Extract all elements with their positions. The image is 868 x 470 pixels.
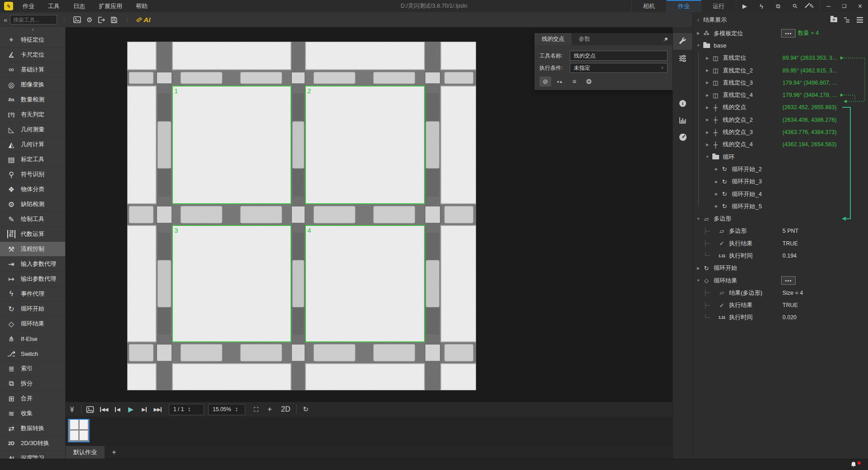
expand-arrow-icon[interactable]: ▶ [713,204,720,208]
add-job-button[interactable]: + [105,446,124,459]
restore-button[interactable]: ❏ [836,0,852,12]
result-row-执行结果[interactable]: ├─✓执行结果TRUE [693,299,868,312]
collapse-arrow-icon[interactable]: ▼ [695,217,702,221]
minimize-button[interactable]: ─ [820,0,836,12]
sidebar-item-presence-check[interactable]: [?]有无判定 [0,107,65,122]
image-canvas[interactable]: 1234 线的交点参数 工具名称: 执行条件: 未指定 ˅ ⊘ ●▲ [66,27,672,402]
spinner-arrows-icon[interactable]: ▲▼ [188,407,191,412]
result-row-直线定位_2[interactable]: ▶◫直线定位_289.95° (4362.915, 3... [693,64,868,77]
expand-arrow-icon[interactable]: ▶ [704,56,711,60]
collapse-arrow-icon[interactable]: ▼ [695,278,702,283]
result-row-多边形[interactable]: ▼▱多边形 [693,212,868,225]
sidebar-item-switch[interactable]: ⎇Switch [0,346,65,361]
center-crosshair-icon[interactable]: + [263,402,277,417]
mode-tab-运行[interactable]: 运行 [701,0,736,12]
run-once-icon[interactable]: ▶ [736,0,753,12]
sidebar-item-object-classify[interactable]: ❖物体分类 [0,182,65,197]
result-row-循环开始_4[interactable]: ▶↻循环开始_4 [693,188,868,200]
expand-arrow-icon[interactable]: ▶ [704,143,711,147]
search-input[interactable] [10,15,57,24]
zoom-spinner[interactable]: 15.05% ▲▼ [208,404,245,415]
expand-arrow-icon[interactable]: ▶ [713,180,720,184]
step-forward-icon[interactable]: ▶ [138,402,151,417]
menu-item-3[interactable]: 扩展应用 [92,0,129,12]
sidebar-scroll-down-icon[interactable]: ˅ [0,454,66,458]
more-button[interactable]: ●●● [781,276,796,285]
result-row-循环开始_2[interactable]: ▶↻循环开始_2 [693,163,868,175]
tool-panel-tab-1[interactable]: 参数 [572,33,597,45]
result-row-直线定位[interactable]: ▶◫直线定位89.94° (2633.353, 3... [693,52,868,64]
tool-settings-wrench-icon[interactable] [673,33,692,50]
play-icon[interactable]: ▶ [124,402,138,417]
menu-item-0[interactable]: 作业 [16,0,41,12]
frame-spinner[interactable]: 1 / 1 ▲▼ [169,404,204,415]
search-icon[interactable]: ⚲ [787,0,803,12]
result-row-直线定位_4[interactable]: ▶◫直线定位_4179.96° (3484.178, ... [693,89,868,101]
fit-screen-icon[interactable]: ⛶ [249,402,263,417]
pin-icon[interactable] [659,33,672,45]
sidebar-item-input-param-proxy[interactable]: ⇥输入参数代理 [0,257,65,272]
frame-thumbnail[interactable] [68,419,90,442]
sidebar-item-event-proxy[interactable]: ϟ事件代理 [0,287,65,302]
sidebar-item-defect-detect[interactable]: ⚙缺陷检测 [0,197,65,212]
sidebar-item-calibration-tool[interactable]: ▤标定工具 [0,152,65,167]
inspection-image[interactable]: 1234 [127,42,476,390]
list-icon[interactable]: ≡ [568,77,580,86]
expand-arrow-icon[interactable]: ▶ [704,68,711,72]
exec-condition-select[interactable]: 未指定 ˅ [570,63,668,73]
sidebar-scroll-up-icon[interactable]: ˄ [0,27,66,33]
shapes-icon[interactable]: ●▲ [554,77,566,86]
hide-overlay-icon[interactable]: ⊘ [539,77,551,86]
job-tab-default[interactable]: 默认作业 [66,446,105,459]
gauge-icon[interactable] [673,129,692,145]
notification-bell-icon[interactable] [850,461,857,470]
settings-gear-icon[interactable]: ⚙ [83,14,95,25]
sidebar-item-flow-control[interactable]: ⚒流程控制 [0,242,65,257]
result-row-多模板定位[interactable]: ▶⁂多模板定位●●●数量 = 4 [693,27,868,39]
menu-item-4[interactable]: 帮助 [129,0,154,12]
sidebar-item-if-else[interactable]: ⋔If-Else [0,331,65,346]
device-icon[interactable]: ⧉ [770,0,787,12]
result-row-线的交点_4[interactable]: ▶┼线的交点_4(4362.184, 2654.563) [693,139,868,151]
save-icon[interactable] [108,14,120,25]
collapse-arrow-icon[interactable]: ▼ [695,43,702,48]
loop-playback-icon[interactable]: ↻ [299,402,312,417]
info-icon[interactable]: i [673,95,692,112]
expand-arrow-icon[interactable]: ▶ [695,266,702,270]
sidebar-item-geometry-calc[interactable]: ◭几何计算 [0,137,65,152]
ai-tools-button[interactable]: AI [136,16,150,24]
sidebar-item-caliper-locate[interactable]: ∡卡尺定位 [0,48,65,62]
sidebar-item-loop-start[interactable]: ↻循环开始 [0,302,65,317]
expand-arrow-icon[interactable]: ▶ [704,118,711,122]
collapse-sidebar-icon[interactable]: « [4,16,7,24]
histogram-icon[interactable] [673,112,692,129]
collapse-playbar-icon[interactable]: ≫ [65,403,80,416]
result-row-循环开始_5[interactable]: ▶↻循环开始_5 [693,200,868,212]
result-row-执行结果[interactable]: ├─✓执行结果TRUE [693,237,868,249]
expand-arrow-icon[interactable]: ▶ [713,192,720,196]
sidebar-item-collect[interactable]: ≋收集 [0,406,65,421]
sidebar-item-algebra[interactable]: 1001代数运算 [0,227,65,242]
sidebar-item-index[interactable]: ≣索引 [0,361,65,376]
sidebar-item-symbol-recognition[interactable]: ⚲符号识别 [0,167,65,182]
sidebar-item-loop-result[interactable]: ◇循环结果 [0,317,65,331]
sidebar-item-data-convert[interactable]: ⇄数据转换 [0,421,65,436]
skip-to-end-icon[interactable]: ▶▶ [151,402,165,417]
result-row-循环开始[interactable]: ▶↻循环开始 [693,262,868,274]
palette-icon[interactable]: ❂ [583,77,595,86]
trigger-icon[interactable]: ϟ [753,0,770,12]
draw-disable-icon[interactable]: ✎ [803,0,820,12]
skip-to-start-icon[interactable]: ◀◀ [97,402,110,417]
expand-arrow-icon[interactable]: ▶ [704,130,711,134]
sidebar-item-split[interactable]: ⧉拆分 [0,376,65,391]
result-row-执行时间[interactable]: └─1.11执行时间0.020 [693,312,868,324]
result-row-线的交点[interactable]: ▶┼线的交点(2632.452, 2655.883) [693,101,868,114]
result-row-直线定位_3[interactable]: ▶◫直线定位_3179.94° (3496.807, ... [693,77,868,89]
sidebar-item-count-detect[interactable]: #n数量检测 [0,92,65,107]
result-row-循环开始_3[interactable]: ▶↻循环开始_3 [693,176,868,188]
result-row-多边形[interactable]: ├─▱多边形5 PNT [693,225,868,237]
step-back-icon[interactable]: ◀ [110,402,124,417]
2d-view-button[interactable]: 2D [277,405,295,413]
tool-name-input[interactable] [570,51,668,61]
export-icon[interactable] [95,14,108,25]
